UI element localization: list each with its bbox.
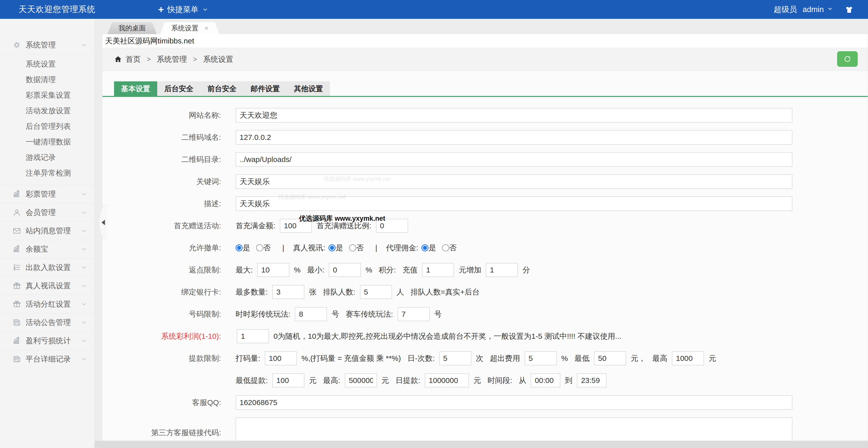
- sidebar-item[interactable]: 数据清理: [0, 72, 94, 87]
- field-text: 人: [397, 287, 404, 297]
- form-input[interactable]: [236, 152, 793, 167]
- mail-icon: [12, 226, 22, 235]
- quick-menu-button[interactable]: + 快捷菜单: [158, 4, 209, 15]
- sidebar-item[interactable]: 系统设置: [0, 56, 94, 72]
- field-label: 提款限制:: [102, 353, 221, 364]
- form-input[interactable]: [398, 307, 430, 321]
- window-tabs: 我的桌面 系统设置 ×: [107, 22, 219, 34]
- field-text: 到: [565, 376, 572, 386]
- radio-unselected[interactable]: [349, 244, 356, 251]
- field-text: 号: [434, 309, 442, 319]
- radio-option[interactable]: 是: [329, 243, 349, 253]
- form-input[interactable]: [272, 285, 304, 299]
- settings-tab[interactable]: 其他设置: [287, 82, 330, 96]
- theme-tshirt-icon[interactable]: [845, 5, 854, 14]
- form-textarea[interactable]: [236, 417, 793, 441]
- form-input[interactable]: [236, 395, 793, 410]
- radio-unselected[interactable]: [256, 244, 263, 251]
- radio-option[interactable]: 否: [256, 243, 277, 253]
- field-text: 日提款:: [396, 376, 420, 386]
- sidebar-group[interactable]: 平台详细记录: [0, 350, 94, 369]
- settings-tab[interactable]: 邮件设置: [244, 82, 287, 96]
- sidebar-item[interactable]: 一键清理数据: [0, 134, 94, 150]
- form-input[interactable]: [425, 374, 469, 387]
- breadcrumb-item[interactable]: 系统设置: [203, 54, 233, 65]
- form-input[interactable]: [236, 108, 793, 123]
- field-group: [236, 395, 793, 410]
- form-input[interactable]: [345, 374, 377, 387]
- field-text: 排队人数:: [323, 287, 355, 297]
- field-separator: |: [375, 244, 377, 252]
- radio-selected[interactable]: [422, 244, 429, 251]
- radio-selected[interactable]: [236, 244, 243, 251]
- form-input[interactable]: [236, 130, 793, 145]
- radio-option[interactable]: 是: [422, 243, 442, 253]
- sidebar-group-label: 站内消息管理: [26, 226, 71, 236]
- field-text: 时间段:: [488, 376, 512, 386]
- sidebar-group[interactable]: 彩票管理: [0, 185, 94, 203]
- form-input[interactable]: [439, 351, 471, 365]
- form-input[interactable]: [295, 307, 327, 321]
- field-text: 元: [709, 353, 716, 364]
- breadcrumb-item[interactable]: 系统管理: [157, 54, 187, 65]
- field-label: 返点限制:: [102, 265, 221, 275]
- radio-option[interactable]: 是: [236, 243, 256, 253]
- form-input[interactable]: [486, 263, 518, 277]
- sidebar-group[interactable]: 真人视讯设置: [0, 277, 94, 295]
- close-icon[interactable]: ×: [205, 25, 208, 31]
- form-row: 关键词:: [102, 174, 868, 189]
- form-input[interactable]: [422, 263, 454, 277]
- sidebar-group[interactable]: 出款入款设置: [0, 258, 94, 277]
- sidebar-item[interactable]: 活动发放设置: [0, 103, 94, 119]
- form-input[interactable]: [360, 285, 392, 299]
- form-row: 提款限制:打码量:%,(打码量 = 充值金额 乘 **%)日-次数:次超出费用%…: [102, 351, 868, 365]
- sidebar-group[interactable]: 盈利亏损统计: [0, 332, 94, 350]
- sidebar-item[interactable]: 后台管理列表: [0, 119, 94, 134]
- field-text: %: [561, 354, 568, 363]
- form-row: 首充赠送活动:首充满金额:首充满赠送比例:: [102, 219, 868, 233]
- form-input[interactable]: [525, 351, 557, 365]
- sidebar-collapse-handle[interactable]: [99, 205, 107, 240]
- radio-option[interactable]: 否: [442, 243, 463, 253]
- form-input[interactable]: [594, 351, 626, 365]
- refresh-button[interactable]: [837, 51, 858, 67]
- sidebar-group[interactable]: 余额宝: [0, 240, 94, 258]
- tab-system-settings[interactable]: 系统设置 ×: [160, 22, 219, 34]
- form-input[interactable]: [531, 374, 560, 387]
- sidebar-group[interactable]: 活动分红设置: [0, 295, 94, 313]
- form-input[interactable]: [329, 263, 361, 277]
- radio-unselected[interactable]: [442, 244, 449, 251]
- radio-option[interactable]: 否: [349, 243, 370, 253]
- radio-selected[interactable]: [329, 244, 336, 251]
- form-input[interactable]: [265, 351, 297, 365]
- breadcrumb-separator: >: [147, 55, 151, 63]
- breadcrumb-home[interactable]: 首页: [126, 54, 141, 65]
- form-input[interactable]: [257, 263, 289, 277]
- chevron-down-icon: [80, 245, 88, 253]
- sidebar-item[interactable]: 注单异常检测: [0, 165, 94, 181]
- tab-my-desktop[interactable]: 我的桌面: [107, 22, 157, 34]
- sidebar-group-label: 平台详细记录: [26, 354, 71, 364]
- sidebar-item[interactable]: 彩票采集设置: [0, 87, 94, 103]
- sidebar-group-label: 盈利亏损统计: [26, 336, 71, 346]
- field-label: 号码限制:: [102, 309, 221, 319]
- settings-tab[interactable]: 后台安全: [157, 82, 200, 96]
- sidebar-item[interactable]: 游戏记录: [0, 150, 94, 165]
- form-input[interactable]: [236, 174, 793, 189]
- field-text: 最低提款:: [236, 376, 268, 386]
- sidebar-group[interactable]: 站内消息管理: [0, 222, 94, 240]
- form-input[interactable]: [237, 329, 269, 343]
- field-text: 充值: [402, 265, 417, 275]
- settings-tab[interactable]: 基本设置: [114, 82, 157, 96]
- form-input[interactable]: [672, 351, 704, 365]
- sidebar-group[interactable]: 活动公告管理: [0, 313, 94, 332]
- settings-tab[interactable]: 前台安全: [200, 82, 244, 96]
- radio-label: 否: [263, 243, 271, 253]
- sidebar-group[interactable]: 系统管理: [0, 36, 94, 54]
- chevron-down-icon: [80, 355, 88, 363]
- sidebar-group[interactable]: 会员管理: [0, 203, 94, 222]
- username-menu[interactable]: admin: [803, 5, 824, 14]
- sidebar-group-label: 会员管理: [26, 207, 56, 218]
- form-input[interactable]: [272, 374, 304, 387]
- form-input[interactable]: [577, 374, 607, 387]
